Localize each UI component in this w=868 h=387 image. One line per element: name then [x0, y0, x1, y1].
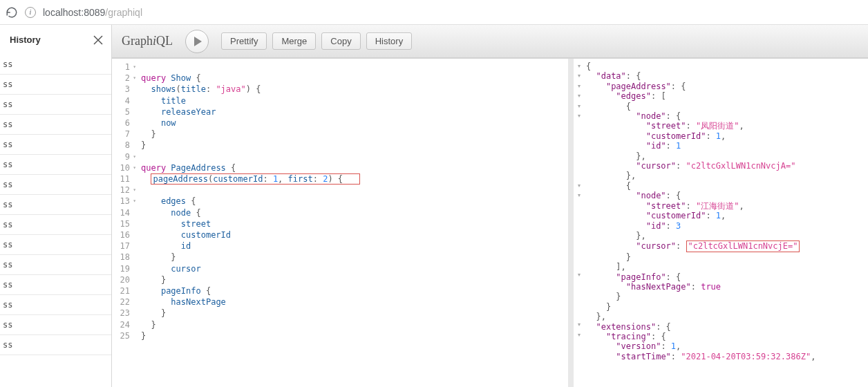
result-gutter: ▾▾▾▾▾▾▾▾▾▾▾ [574, 59, 585, 387]
history-item[interactable]: ss [0, 295, 111, 315]
highlighted-query-line: pageAddress(customerId: 1, first: 2) { [151, 173, 359, 185]
info-icon: i [25, 7, 36, 18]
execute-button[interactable] [185, 30, 209, 53]
history-item[interactable]: ss [0, 215, 111, 235]
result-json: { "data": { "pageAddress": { "edges": [ … [585, 59, 868, 387]
browser-bar: i localhost:8089/graphiql [0, 0, 868, 25]
prettify-button[interactable]: Prettify [221, 32, 267, 50]
history-item[interactable]: ss [0, 55, 111, 75]
history-item[interactable]: ss [0, 335, 111, 355]
history-button[interactable]: History [366, 32, 412, 50]
graphiql-logo: GraphiQL [122, 34, 173, 48]
history-item[interactable]: ss [0, 195, 111, 215]
query-editor[interactable]: 1234567891011121314151617181920212223242… [112, 59, 574, 387]
close-icon[interactable] [93, 35, 103, 45]
url-display: localhost:8089/graphiql [43, 7, 142, 18]
history-item[interactable]: ss [0, 315, 111, 335]
history-item[interactable]: ss [0, 255, 111, 275]
highlighted-cursor: "c2ltcGxlLWN1cnNvcjE=" [686, 240, 800, 252]
copy-button[interactable]: Copy [321, 32, 360, 50]
history-panel: History ssssssssssssssssssssssssssssss [0, 25, 112, 387]
toolbar: GraphiQL Prettify Merge Copy History [112, 25, 868, 58]
history-item[interactable]: ss [0, 155, 111, 175]
query-code[interactable]: query Show { shows(title: "java") { titl… [134, 59, 568, 387]
history-item[interactable]: ss [0, 235, 111, 255]
reload-icon[interactable] [6, 6, 18, 19]
history-item[interactable]: ss [0, 275, 111, 295]
history-list: ssssssssssssssssssssssssssssss [0, 55, 111, 355]
line-gutter: 1234567891011121314151617181920212223242… [112, 59, 134, 387]
history-item[interactable]: ss [0, 115, 111, 135]
history-item[interactable]: ss [0, 75, 111, 95]
play-icon [194, 37, 202, 46]
history-title: History [10, 35, 41, 45]
history-item[interactable]: ss [0, 175, 111, 195]
merge-button[interactable]: Merge [272, 32, 316, 50]
history-item[interactable]: ss [0, 135, 111, 155]
history-item[interactable]: ss [0, 95, 111, 115]
result-viewer: ▾▾▾▾▾▾▾▾▾▾▾ { "data": { "pageAddress": {… [574, 59, 868, 387]
